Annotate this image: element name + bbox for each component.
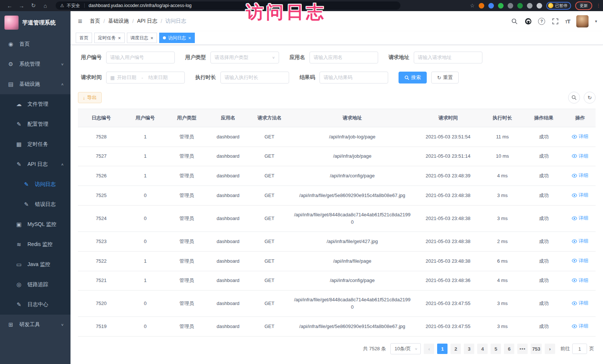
sidebar-item-home[interactable]: ◉首页 (0, 34, 71, 54)
back-icon[interactable]: ← (4, 3, 16, 9)
user-menu-caret-icon[interactable]: ▾ (595, 19, 597, 24)
top-navbar: ≡ 首页/基础设施/API 日志/访问日志 ? TT ▾ (71, 11, 603, 31)
refresh-button[interactable]: ↻ (584, 92, 596, 104)
tab-定时任务[interactable]: 定时任务× (94, 33, 125, 43)
tab-调度日志[interactable]: 调度日志× (127, 33, 157, 43)
page-size-select[interactable]: 10条/页 ∨ (390, 343, 421, 354)
app-name-input[interactable]: 请输入应用名 (309, 52, 378, 63)
sidebar-item-redis[interactable]: ≋Redis 监控 (0, 235, 71, 255)
font-size-icon[interactable]: TT (565, 18, 570, 24)
page-button-753[interactable]: 753 (531, 344, 542, 354)
detail-link[interactable]: 详细 (572, 214, 588, 222)
result-code-input[interactable]: 请输入结果码 (319, 72, 388, 83)
sidebar-item-devtools[interactable]: ⊞研发工具∨ (0, 315, 71, 335)
extension-icon[interactable] (527, 3, 532, 9)
extension-icon[interactable] (479, 3, 484, 9)
sidebar-item-java[interactable]: ▭Java 监控 (0, 255, 71, 275)
search-button[interactable]: 搜索 (399, 72, 427, 83)
duration-input[interactable]: 请输入执行时长 (220, 72, 289, 83)
breadcrumb-item[interactable]: 首页 (90, 18, 100, 24)
extension-icon[interactable] (537, 3, 542, 9)
close-icon[interactable]: × (151, 36, 154, 40)
cell-id: 7527 (78, 147, 125, 166)
active-tab-dot (163, 36, 166, 39)
cell-id: 7521 (78, 271, 125, 291)
fullscreen-icon[interactable] (551, 17, 559, 25)
page-button-4[interactable]: 4 (477, 344, 488, 354)
detail-link[interactable]: 详细 (572, 257, 588, 265)
export-button[interactable]: ↓ 导出 (78, 92, 102, 103)
search-toggle-button[interactable] (568, 92, 580, 104)
sidebar-item-api-log[interactable]: ✎API 日志∧ (0, 154, 71, 174)
address-bar[interactable]: ⚠ 不安全 dashboard.yudao.iocoder.cn/infra/l… (56, 1, 400, 10)
profile-paused-badge[interactable]: 已暂停 (546, 2, 571, 10)
request-time-range-input[interactable]: ▦开始日期-结束日期 (106, 72, 185, 83)
detail-link[interactable]: 详细 (572, 133, 588, 140)
user-type-select[interactable]: 请选择用户类型∨ (210, 52, 279, 63)
sidebar-item-job[interactable]: ▦定时任务 (0, 134, 71, 154)
cell-user_type: 管理员 (166, 186, 207, 206)
page-button-2[interactable]: 2 (450, 344, 461, 354)
sidebar-item-log-center[interactable]: ✎日志中心 (0, 295, 71, 315)
sidebar-item-system[interactable]: ⚙系统管理∨ (0, 54, 71, 74)
table-row: 75240管理员dashboardGET/api/infra/file/get/… (78, 205, 596, 232)
column-header: 请求时间 (414, 109, 482, 127)
browser-menu-icon[interactable]: ⋮ (596, 5, 599, 7)
user-avatar[interactable] (576, 15, 589, 27)
java-icon: ▭ (16, 261, 22, 268)
page-button-1[interactable]: 1 (437, 344, 448, 354)
sidebar-item-access-log[interactable]: ✎访问日志 (0, 174, 71, 194)
hamburger-icon[interactable]: ≡ (76, 17, 84, 26)
breadcrumb-item[interactable]: 基础设施 (108, 18, 129, 24)
home-icon[interactable]: ⌂ (39, 3, 51, 9)
cell-time: 2021-05-03 23:47:55 (414, 291, 482, 317)
sidebar-item-label: 配置管理 (27, 121, 48, 128)
sidebar-item-error-log[interactable]: ✎错误日志 (0, 194, 71, 214)
access-log-table: 日志编号用户编号用户类型应用名请求方法名请求地址请求时间执行时长操作结果操作 7… (78, 109, 596, 337)
detail-link[interactable]: 详细 (572, 299, 588, 307)
extension-icon[interactable] (488, 3, 494, 9)
tab-首页[interactable]: 首页 (76, 33, 92, 43)
detail-link[interactable]: 详细 (572, 172, 588, 179)
extension-icon[interactable] (517, 3, 523, 9)
detail-link[interactable]: 详细 (572, 191, 588, 199)
extension-icon[interactable] (508, 3, 513, 9)
detail-label: 详细 (579, 191, 588, 199)
close-icon[interactable]: × (188, 36, 191, 40)
cell-duration: 3 ms (482, 317, 523, 337)
detail-link[interactable]: 详细 (572, 277, 588, 284)
sidebar-item-trace[interactable]: ◎链路追踪 (0, 275, 71, 295)
cell-user_type: 管理员 (166, 127, 207, 147)
next-page-button[interactable]: › (545, 344, 555, 354)
request-url-input[interactable]: 请输入请求地址 (414, 52, 482, 63)
extension-icon[interactable] (498, 3, 504, 9)
help-icon[interactable]: ? (538, 18, 545, 25)
update-button[interactable]: 更新 (575, 1, 592, 10)
search-icon[interactable] (511, 17, 518, 25)
close-icon[interactable]: × (118, 36, 121, 40)
jump-page-input[interactable]: 1 (572, 344, 587, 354)
sidebar-item-config[interactable]: ✎配置管理 (0, 114, 71, 134)
page-button-3[interactable]: 3 (464, 344, 474, 354)
user-id-input[interactable]: 请输入用户编号 (106, 52, 175, 63)
cell-result: 成功 (523, 291, 565, 317)
reload-icon[interactable]: ↻ (27, 2, 39, 9)
prev-page-button[interactable]: ‹ (424, 344, 434, 354)
page-button-5[interactable]: 5 (491, 344, 501, 354)
sidebar-item-mysql[interactable]: ▣MySQL 监控 (0, 214, 71, 235)
reset-button[interactable]: ↻重置 (431, 72, 459, 83)
detail-link[interactable]: 详细 (572, 237, 588, 245)
detail-link[interactable]: 详细 (572, 153, 588, 160)
cell-actions: 详细 (564, 251, 596, 271)
forward-icon[interactable]: → (16, 3, 27, 9)
page-button-6[interactable]: 6 (504, 344, 514, 354)
sidebar-item-file[interactable]: ☁文件管理 (0, 94, 71, 114)
breadcrumb-item[interactable]: API 日志 (137, 18, 157, 24)
not-secure-label[interactable]: 不安全 (67, 3, 80, 9)
bookmark-star-icon[interactable]: ☆ (470, 3, 475, 9)
detail-link[interactable]: 详细 (572, 322, 588, 330)
cell-url: /api/infra/job-log/page (290, 127, 414, 147)
github-icon[interactable] (524, 17, 532, 25)
sidebar-item-infra[interactable]: ▤基础设施∧ (0, 74, 71, 94)
tab-访问日志[interactable]: 访问日志× (159, 33, 195, 43)
